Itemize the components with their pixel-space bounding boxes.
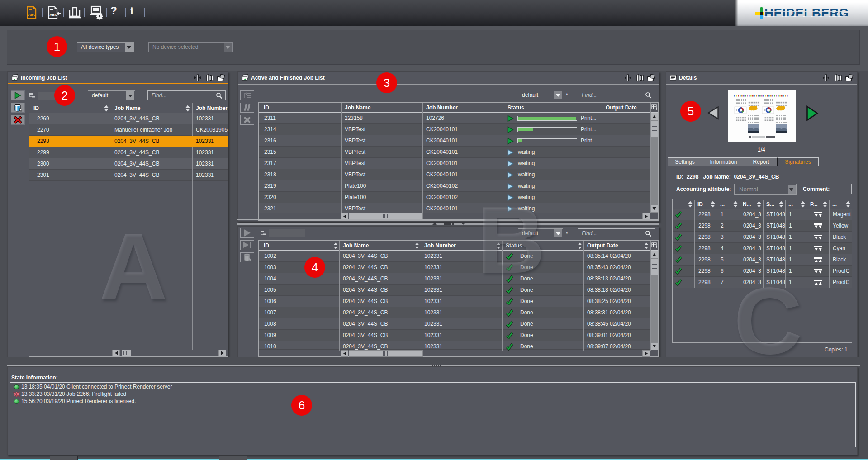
svg-text:ABC: ABC: [28, 13, 37, 17]
svg-text:ABC: ABC: [50, 13, 58, 17]
